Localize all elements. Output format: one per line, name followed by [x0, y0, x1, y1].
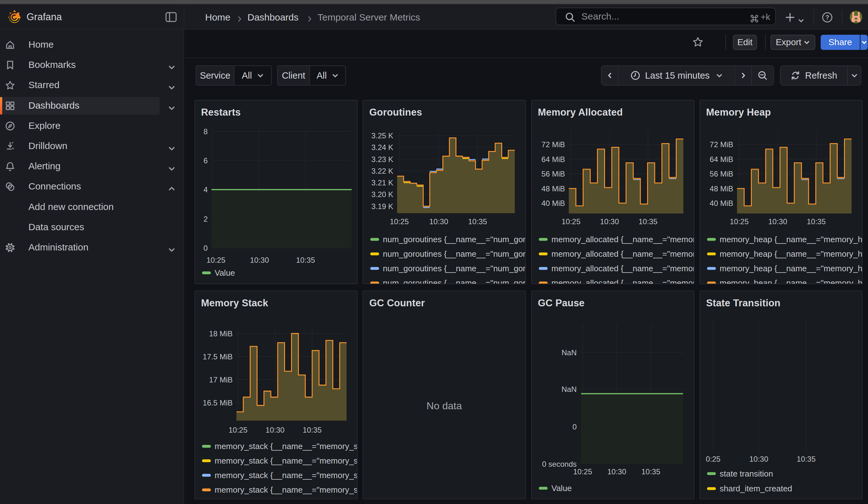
svg-text:56 MiB: 56 MiB	[710, 169, 733, 178]
svg-text:64 MiB: 64 MiB	[541, 155, 565, 164]
svg-text:10:35: 10:35	[639, 217, 658, 226]
svg-text:shard_item_created: shard_item_created	[720, 484, 792, 493]
svg-text:10:30: 10:30	[768, 217, 787, 226]
svg-text:10:30: 10:30	[607, 467, 626, 476]
svg-text:17 MiB: 17 MiB	[209, 376, 232, 384]
svg-text:memory_stack {__name__="memory: memory_stack {__name__="memory_stack", i…	[215, 442, 357, 451]
svg-text:6: 6	[204, 156, 208, 165]
svg-text:No data: No data	[426, 400, 462, 411]
svg-text:2: 2	[204, 215, 208, 223]
svg-text:10:35: 10:35	[641, 467, 660, 476]
svg-text:10:25: 10:25	[561, 217, 580, 226]
svg-text:48 MiB: 48 MiB	[541, 184, 565, 193]
svg-text:3.24 K: 3.24 K	[372, 143, 393, 152]
svg-text:memory_allocated {__name__="me: memory_allocated {__name__="memory_alloc…	[551, 249, 694, 259]
svg-text:0 seconds: 0 seconds	[542, 460, 577, 468]
svg-text:memory_heap {__name__="memory_: memory_heap {__name__="memory_heap", ins…	[720, 249, 862, 259]
svg-text:18 MiB: 18 MiB	[209, 329, 232, 338]
svg-text:memory_heap {__name__="memory_: memory_heap {__name__="memory_heap", ins…	[720, 235, 862, 244]
svg-text:NaN: NaN	[561, 348, 577, 357]
svg-text:0: 0	[572, 422, 577, 431]
svg-text:Value: Value	[215, 268, 235, 278]
svg-text:3.25 K: 3.25 K	[372, 131, 393, 140]
svg-text:10:25: 10:25	[730, 217, 749, 226]
svg-text:40 MiB: 40 MiB	[710, 199, 733, 207]
svg-text:memory_stack {__name__="memory: memory_stack {__name__="memory_stack", i…	[215, 456, 357, 465]
svg-text:memory_stack {__name__="memory: memory_stack {__name__="memory_stack", i…	[215, 471, 357, 480]
svg-text:10:30: 10:30	[749, 455, 768, 463]
svg-text:NaN: NaN	[561, 385, 577, 393]
svg-text:16.5 MiB: 16.5 MiB	[203, 399, 232, 407]
svg-text:3.23 K: 3.23 K	[372, 155, 393, 164]
svg-text:memory_heap {__name__="memory_: memory_heap {__name__="memory_heap", ins…	[720, 278, 862, 284]
svg-text:40 MiB: 40 MiB	[541, 199, 565, 207]
svg-text:64 MiB: 64 MiB	[710, 155, 733, 164]
svg-text:?: ?	[825, 14, 829, 21]
svg-text:memory_heap {__name__="memory_: memory_heap {__name__="memory_heap", ins…	[720, 264, 862, 273]
svg-text:3.20 K: 3.20 K	[372, 190, 393, 199]
svg-text:10:30: 10:30	[250, 256, 269, 264]
svg-text:56 MiB: 56 MiB	[541, 169, 565, 178]
svg-text:memory_allocated {__name__="me: memory_allocated {__name__="memory_alloc…	[551, 264, 694, 273]
svg-text:num_goroutines {__name__="num_: num_goroutines {__name__="num_goroutines…	[383, 278, 525, 284]
svg-text:10:25: 10:25	[206, 256, 225, 264]
svg-text:10:35: 10:35	[807, 217, 826, 226]
svg-text:num_goroutines {__name__="num_: num_goroutines {__name__="num_goroutines…	[383, 249, 525, 259]
svg-text:0: 0	[204, 244, 208, 252]
svg-text:memory_allocated {__name__="me: memory_allocated {__name__="memory_alloc…	[551, 235, 694, 244]
svg-text:state transition: state transition	[720, 469, 773, 479]
svg-text:10:30: 10:30	[266, 426, 285, 434]
svg-text:48 MiB: 48 MiB	[710, 184, 733, 193]
svg-text:10:35: 10:35	[296, 256, 315, 264]
svg-text:10:35: 10:35	[303, 426, 322, 434]
svg-text:num_goroutines {__name__="num_: num_goroutines {__name__="num_goroutines…	[383, 264, 525, 273]
svg-text:num_goroutines {__name__="num_: num_goroutines {__name__="num_goroutines…	[383, 235, 525, 244]
svg-text:10:25: 10:25	[228, 426, 247, 434]
svg-text:8: 8	[204, 127, 208, 136]
svg-text:Value: Value	[551, 483, 572, 493]
svg-text:memory_allocated {__name__="me: memory_allocated {__name__="memory_alloc…	[551, 278, 694, 284]
svg-text:4: 4	[204, 185, 208, 194]
svg-text:72 MiB: 72 MiB	[541, 140, 565, 149]
svg-text:10:35: 10:35	[468, 217, 487, 226]
svg-text:10:30: 10:30	[600, 217, 619, 226]
svg-text:10:30: 10:30	[429, 217, 448, 226]
svg-text:0:25: 0:25	[706, 455, 721, 463]
svg-text:10:35: 10:35	[797, 455, 816, 463]
svg-text:10:25: 10:25	[390, 217, 409, 226]
svg-text:10:25: 10:25	[573, 467, 592, 476]
svg-text:3.21 K: 3.21 K	[372, 178, 393, 187]
svg-text:3.22 K: 3.22 K	[372, 167, 393, 175]
svg-text:3.19 K: 3.19 K	[372, 202, 393, 210]
svg-text:memory_stack {__name__="memory: memory_stack {__name__="memory_stack", i…	[215, 485, 357, 495]
svg-text:72 MiB: 72 MiB	[710, 140, 733, 149]
svg-text:17.5 MiB: 17.5 MiB	[203, 352, 232, 361]
